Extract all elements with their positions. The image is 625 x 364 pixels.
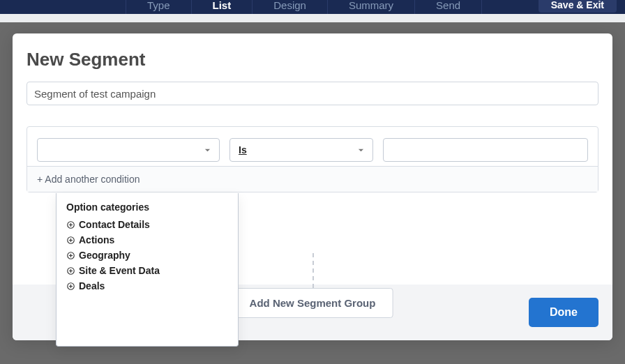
dropdown-option-geography[interactable]: Geography — [66, 248, 228, 263]
field-dropdown-panel: Option categories Contact Details Action… — [56, 193, 239, 347]
value-input[interactable] — [383, 138, 588, 162]
expand-icon — [66, 251, 75, 259]
add-condition-button[interactable]: + Add another condition — [27, 166, 598, 192]
dropdown-option-site-event-data[interactable]: Site & Event Data — [66, 263, 228, 278]
dropdown-option-label: Site & Event Data — [79, 265, 160, 276]
save-exit-button[interactable]: Save & Exit — [539, 0, 617, 13]
nav-tab-summary[interactable]: Summary — [328, 0, 415, 14]
dropdown-option-label: Deals — [79, 280, 105, 291]
dropdown-header: Option categories — [66, 202, 228, 213]
group-connector-line — [312, 253, 314, 288]
modal-title: New Segment — [13, 33, 612, 82]
done-button[interactable]: Done — [529, 298, 598, 327]
dropdown-option-label: Contact Details — [79, 219, 150, 230]
segment-group: Is + Add another condition — [27, 126, 598, 192]
condition-row: Is — [27, 127, 598, 166]
page-subheader-strip — [0, 14, 625, 22]
chevron-down-icon — [204, 146, 211, 153]
page-backdrop: Type List Design Summary Send Save & Exi… — [0, 0, 625, 364]
expand-icon — [66, 220, 75, 229]
dropdown-option-deals[interactable]: Deals — [66, 278, 228, 294]
dropdown-option-contact-details[interactable]: Contact Details — [66, 217, 228, 232]
field-dropdown[interactable] — [37, 138, 220, 162]
dropdown-option-actions[interactable]: Actions — [66, 232, 228, 248]
expand-icon — [66, 282, 75, 290]
expand-icon — [66, 266, 75, 275]
new-segment-modal: New Segment Is — [13, 33, 612, 340]
nav-tab-send[interactable]: Send — [415, 0, 482, 14]
nav-tab-design[interactable]: Design — [253, 0, 328, 14]
operator-dropdown-value: Is — [239, 144, 247, 156]
dropdown-option-label: Actions — [79, 234, 114, 245]
add-segment-group-button[interactable]: Add New Segment Group — [232, 288, 393, 318]
expand-icon — [66, 236, 75, 244]
nav-tab-type[interactable]: Type — [126, 0, 192, 14]
segment-name-input[interactable] — [27, 82, 598, 105]
dropdown-option-label: Geography — [79, 250, 130, 261]
nav-tab-list[interactable]: List — [192, 0, 253, 14]
chevron-down-icon — [357, 146, 364, 153]
operator-dropdown[interactable]: Is — [229, 138, 373, 162]
